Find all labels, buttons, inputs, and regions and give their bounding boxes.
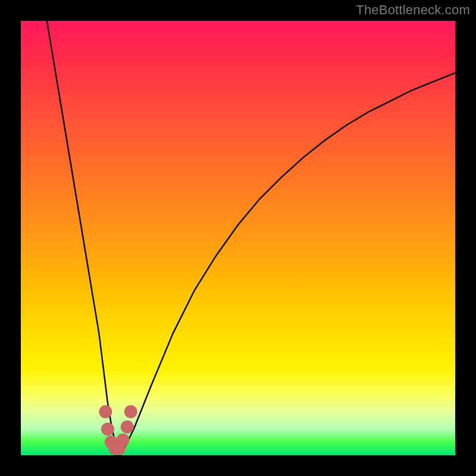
marker-dot (124, 405, 137, 418)
bottleneck-curve (47, 21, 455, 451)
chart-svg (21, 21, 455, 455)
marker-dot (121, 421, 134, 434)
highlight-markers (99, 405, 137, 455)
marker-dot (101, 422, 114, 436)
plot-area (21, 21, 455, 455)
marker-dot (99, 405, 112, 418)
watermark-text: TheBottleneck.com (356, 2, 470, 18)
chart-frame: TheBottleneck.com (0, 0, 476, 476)
marker-dot (117, 434, 130, 447)
